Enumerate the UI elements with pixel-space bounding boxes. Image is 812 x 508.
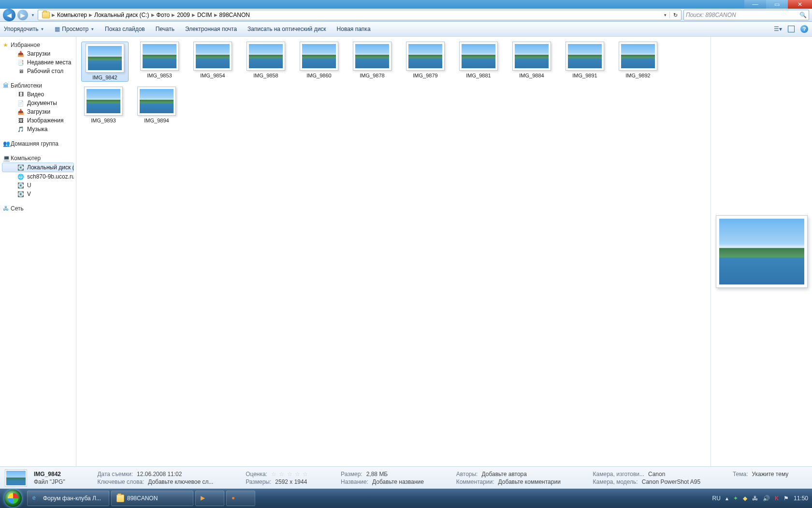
file-thumbnail[interactable]: IMG_9879	[403, 42, 448, 82]
file-thumbnail[interactable]: IMG_9894	[134, 87, 179, 123]
file-thumbnail[interactable]: IMG_9878	[350, 42, 394, 82]
tray-action-center-icon[interactable]: ⚑	[783, 495, 789, 502]
sidebar-item-localdisk[interactable]: 💽Локальный диск (C	[2, 163, 74, 172]
details-filename: IMG_9842	[34, 471, 61, 478]
image-frame	[193, 42, 232, 71]
chevron-right-icon[interactable]: ▶	[89, 13, 92, 17]
sidebar-item-documents[interactable]: 📄Документы	[2, 99, 74, 107]
tray-icon[interactable]: ✦	[733, 495, 738, 502]
file-thumbnail[interactable]: IMG_9893	[81, 87, 126, 123]
details-subject[interactable]: Укажите тему	[752, 471, 788, 478]
help-button[interactable]: ?	[800, 25, 808, 33]
details-title[interactable]: Добавьте название	[372, 478, 424, 485]
details-comments[interactable]: Добавьте комментарии	[498, 478, 561, 485]
taskbar-app-wmp[interactable]: ▶	[195, 491, 224, 506]
file-thumbnail[interactable]: IMG_9881	[456, 42, 501, 82]
details-authors[interactable]: Добавьте автора	[481, 471, 526, 478]
breadcrumb-segment[interactable]: DCIM	[195, 10, 214, 20]
sidebar-item-downloads[interactable]: 📥Загрузки	[2, 49, 74, 58]
sidebar-item-network-loc[interactable]: 🌐sch870-9b.ucoz.ru	[2, 172, 74, 181]
breadcrumb-segment[interactable]: 898CANON	[218, 10, 252, 20]
tray-volume-icon[interactable]: 🔊	[763, 495, 770, 502]
refresh-button[interactable]: ↻	[669, 12, 681, 18]
details-keywords[interactable]: Добавьте ключевое сл...	[148, 478, 213, 485]
chevron-right-icon[interactable]: ▶	[151, 13, 155, 17]
details-pane: IMG_9842 Дата съемки:12.06.2008 11:02 Оц…	[0, 466, 812, 489]
details-keywords-label: Ключевые слова:	[97, 478, 146, 485]
breadcrumb-bar[interactable]: ▶ Компьютер ▶ Локальный диск (C:) ▶ Фото…	[38, 10, 682, 20]
view-mode-button[interactable]: ☰▾	[774, 26, 782, 32]
image-frame	[353, 42, 392, 71]
sidebar-item-desktop[interactable]: 🖥Рабочий стол	[2, 67, 74, 75]
file-thumbnail[interactable]: IMG_9858	[244, 42, 288, 82]
file-thumbnail[interactable]: IMG_9860	[297, 42, 341, 82]
details-dims-label: Размеры:	[246, 478, 273, 485]
burn-button[interactable]: Записать на оптический диск	[247, 26, 326, 32]
chevron-right-icon[interactable]: ▶	[214, 13, 218, 17]
image-frame	[246, 42, 285, 71]
breadcrumb-segment[interactable]: 2009	[175, 10, 192, 20]
tray-icon[interactable]: ◆	[743, 495, 747, 502]
breadcrumb-segment[interactable]: Компьютер	[55, 10, 89, 20]
chevron-right-icon[interactable]: ▶	[192, 13, 195, 17]
details-rating[interactable]: ☆ ☆ ☆ ☆ ☆	[271, 471, 308, 478]
details-model-label: Камера, модель:	[593, 478, 640, 485]
file-thumbnail[interactable]: IMG_9892	[616, 42, 660, 82]
tray-network-icon[interactable]: 🖧	[752, 495, 758, 502]
slideshow-button[interactable]: Показ слайдов	[105, 26, 145, 32]
libraries-icon: 🏛	[3, 82, 9, 89]
file-thumbnail[interactable]: IMG_9884	[509, 42, 554, 82]
taskbar-app-firefox[interactable]: ●	[226, 491, 255, 506]
tray-chevron-icon[interactable]: ▴	[725, 495, 728, 502]
sidebar-head-homegroup[interactable]: 👥Домашняя группа	[2, 139, 74, 148]
file-name-label: IMG_9878	[360, 73, 384, 78]
tray-icon[interactable]: K	[775, 495, 779, 502]
nav-forward-button[interactable]: ▶	[17, 10, 28, 20]
file-grid[interactable]: IMG_9842IMG_9853IMG_9854IMG_9858IMG_9860…	[76, 37, 710, 466]
new-folder-button[interactable]: Новая папка	[337, 26, 371, 32]
preview-pane-toggle[interactable]	[788, 26, 795, 32]
email-button[interactable]: Электронная почта	[185, 26, 237, 32]
sidebar-item-drive-u[interactable]: 💽U	[2, 181, 74, 190]
tray-clock[interactable]: 11:50	[794, 495, 808, 502]
start-button[interactable]	[0, 489, 26, 508]
sidebar-item-downloads2[interactable]: 📥Загрузки	[2, 107, 74, 116]
sidebar-head-computer[interactable]: 💻Компьютер	[2, 154, 74, 163]
wmp-icon: ▶	[201, 494, 208, 502]
taskbar-app-ie[interactable]: eФорум фан-клуба Л...	[27, 491, 109, 506]
window-minimize-button[interactable]: —	[744, 0, 766, 9]
nav-back-button[interactable]: ◀	[3, 9, 15, 21]
pictures-icon: 🖼	[17, 117, 24, 124]
window-maximize-button[interactable]: ▭	[766, 0, 788, 9]
file-thumbnail[interactable]: IMG_9891	[563, 42, 607, 82]
address-dropdown-icon[interactable]: ▾	[661, 13, 669, 17]
sidebar-item-drive-v[interactable]: 💽V	[2, 190, 74, 198]
sidebar-head-libraries[interactable]: 🏛Библиотеки	[2, 81, 74, 90]
file-thumbnail[interactable]: IMG_9854	[190, 42, 235, 82]
details-date[interactable]: 12.06.2008 11:02	[137, 471, 182, 478]
file-thumbnail[interactable]: IMG_9853	[137, 42, 182, 82]
sidebar-item-music[interactable]: 🎵Музыка	[2, 125, 74, 134]
file-name-label: IMG_9893	[91, 118, 116, 123]
organize-button[interactable]: Упорядочить▼	[4, 26, 44, 32]
search-input[interactable]: Поиск: 898CANON 🔍	[683, 10, 809, 20]
input-language[interactable]: RU	[712, 495, 721, 502]
window-close-button[interactable]: ✕	[788, 0, 812, 9]
file-thumbnail[interactable]: IMG_9842	[81, 42, 129, 82]
preview-button[interactable]: ▦Просмотр▼	[55, 26, 94, 32]
chevron-right-icon[interactable]: ▶	[52, 13, 55, 17]
breadcrumb-segment[interactable]: Фото	[155, 10, 172, 20]
details-maker: Canon	[648, 471, 665, 478]
taskbar-app-explorer[interactable]: 898CANON	[111, 491, 193, 506]
drive-icon: 💽	[17, 164, 24, 171]
nav-history-dropdown[interactable]: ▼	[30, 13, 36, 17]
sidebar-item-videos[interactable]: 🎞Видео	[2, 90, 74, 99]
print-button[interactable]: Печать	[156, 26, 174, 32]
sidebar-item-recent[interactable]: 📑Недавние места	[2, 58, 74, 67]
sidebar-item-pictures[interactable]: 🖼Изображения	[2, 116, 74, 125]
breadcrumb-segment[interactable]: Локальный диск (C:)	[92, 10, 151, 20]
chevron-right-icon[interactable]: ▶	[172, 13, 175, 17]
sidebar-head-network[interactable]: 🖧Сеть	[2, 204, 74, 213]
drive-icon: 💽	[17, 191, 24, 197]
sidebar-head-favorites[interactable]: ★Избранное	[2, 41, 74, 49]
